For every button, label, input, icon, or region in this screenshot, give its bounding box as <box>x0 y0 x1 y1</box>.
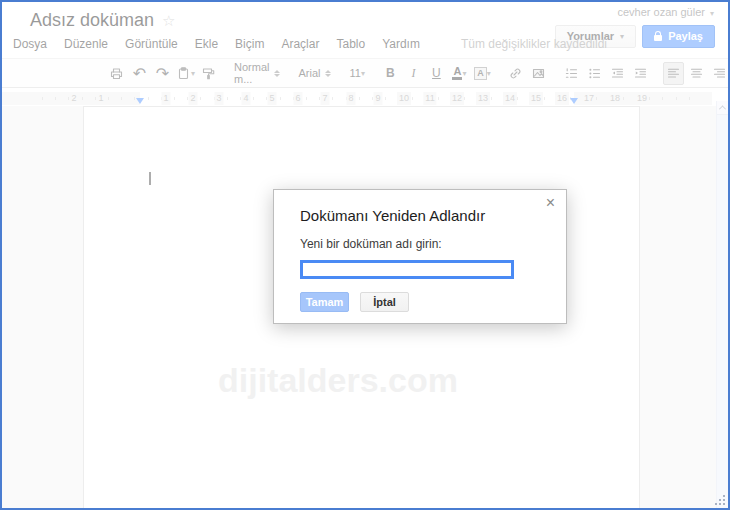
rename-dialog: × Dokümanı Yeniden Adlandır Yeni bir dok… <box>273 189 567 324</box>
watermark: dijitalders.com <box>218 361 458 400</box>
dialog-label: Yeni bir doküman adı girin: <box>300 237 442 251</box>
dialog-buttons: Tamam İptal <box>300 292 409 312</box>
cancel-button[interactable]: İptal <box>360 292 409 312</box>
app-window: Adsız doküman ☆ cevher ozan güler ▾ Yoru… <box>0 0 730 510</box>
dialog-title: Dokümanı Yeniden Adlandır <box>300 207 485 224</box>
ok-button[interactable]: Tamam <box>300 292 349 312</box>
close-icon[interactable]: × <box>546 195 555 211</box>
document-name-input[interactable] <box>300 260 514 279</box>
resize-grip-icon[interactable] <box>715 495 725 505</box>
